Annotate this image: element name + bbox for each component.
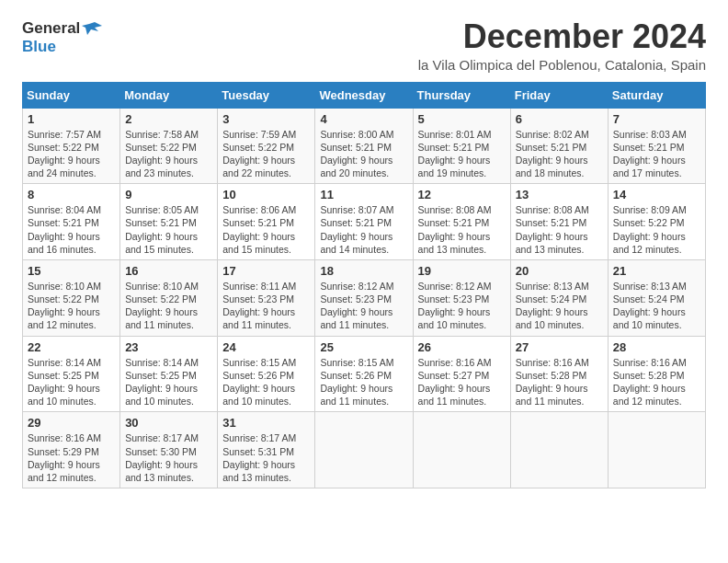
logo-general: General <box>22 20 80 38</box>
day-info: Sunrise: 8:12 AM Sunset: 5:23 PM Dayligh… <box>320 280 407 332</box>
day-cell: 2 Sunrise: 7:58 AM Sunset: 5:22 PM Dayli… <box>120 108 218 184</box>
empty-day-cell <box>510 412 608 488</box>
empty-day-cell <box>315 412 413 488</box>
day-number: 8 <box>28 188 115 201</box>
day-cell: 31 Sunrise: 8:17 AM Sunset: 5:31 PM Dayl… <box>218 412 315 488</box>
day-number: 20 <box>516 264 603 278</box>
day-info: Sunrise: 8:16 AM Sunset: 5:28 PM Dayligh… <box>613 356 700 408</box>
day-cell: 27 Sunrise: 8:16 AM Sunset: 5:28 PM Dayl… <box>510 336 608 412</box>
page-subtitle: la Vila Olimpica del Poblenou, Catalonia… <box>418 57 706 73</box>
weekday-header-row: Sunday Monday Tuesday Wednesday Thursday… <box>23 82 706 108</box>
calendar-table: Sunday Monday Tuesday Wednesday Thursday… <box>22 82 706 488</box>
day-info: Sunrise: 8:10 AM Sunset: 5:22 PM Dayligh… <box>28 280 115 332</box>
calendar-header: Sunday Monday Tuesday Wednesday Thursday… <box>23 82 706 108</box>
day-info: Sunrise: 8:17 AM Sunset: 5:30 PM Dayligh… <box>125 431 212 484</box>
day-cell: 7 Sunrise: 8:03 AM Sunset: 5:21 PM Dayli… <box>608 108 705 184</box>
day-info: Sunrise: 8:10 AM Sunset: 5:22 PM Dayligh… <box>125 280 212 332</box>
day-cell: 24 Sunrise: 8:15 AM Sunset: 5:26 PM Dayl… <box>218 336 315 412</box>
empty-day-cell <box>608 412 705 488</box>
day-info: Sunrise: 8:15 AM Sunset: 5:26 PM Dayligh… <box>222 356 310 408</box>
day-number: 17 <box>222 264 310 278</box>
day-cell: 17 Sunrise: 8:11 AM Sunset: 5:23 PM Dayl… <box>218 259 315 336</box>
day-info: Sunrise: 8:14 AM Sunset: 5:25 PM Dayligh… <box>125 356 212 408</box>
day-cell: 16 Sunrise: 8:10 AM Sunset: 5:22 PM Dayl… <box>120 259 218 336</box>
day-number: 13 <box>516 188 603 201</box>
day-cell: 8 Sunrise: 8:04 AM Sunset: 5:21 PM Dayli… <box>23 184 120 260</box>
day-info: Sunrise: 8:07 AM Sunset: 5:21 PM Dayligh… <box>320 203 407 256</box>
day-number: 6 <box>516 112 603 126</box>
calendar-row: 1 Sunrise: 7:57 AM Sunset: 5:22 PM Dayli… <box>23 108 706 184</box>
day-number: 4 <box>320 112 407 126</box>
logo: General Blue <box>22 18 102 56</box>
day-cell: 26 Sunrise: 8:16 AM Sunset: 5:27 PM Dayl… <box>413 336 510 412</box>
day-number: 23 <box>125 340 212 354</box>
logo-bird-icon <box>82 18 102 39</box>
empty-day-cell <box>413 412 510 488</box>
day-info: Sunrise: 8:06 AM Sunset: 5:21 PM Dayligh… <box>222 203 310 256</box>
day-info: Sunrise: 8:16 AM Sunset: 5:29 PM Dayligh… <box>28 431 115 484</box>
header-thursday: Thursday <box>413 82 510 108</box>
day-number: 19 <box>418 264 506 278</box>
day-info: Sunrise: 8:11 AM Sunset: 5:23 PM Dayligh… <box>222 280 310 332</box>
day-number: 22 <box>28 340 115 354</box>
title-area: December 2024 la Vila Olimpica del Poble… <box>418 18 706 73</box>
day-info: Sunrise: 8:01 AM Sunset: 5:21 PM Dayligh… <box>418 128 506 180</box>
day-number: 27 <box>516 340 603 354</box>
day-cell: 1 Sunrise: 7:57 AM Sunset: 5:22 PM Dayli… <box>23 108 120 184</box>
day-info: Sunrise: 8:13 AM Sunset: 5:24 PM Dayligh… <box>613 280 700 332</box>
day-info: Sunrise: 8:09 AM Sunset: 5:22 PM Dayligh… <box>613 203 700 256</box>
day-cell: 18 Sunrise: 8:12 AM Sunset: 5:23 PM Dayl… <box>315 259 413 336</box>
day-info: Sunrise: 8:16 AM Sunset: 5:27 PM Dayligh… <box>418 356 506 408</box>
day-cell: 13 Sunrise: 8:08 AM Sunset: 5:21 PM Dayl… <box>510 184 608 260</box>
day-info: Sunrise: 7:59 AM Sunset: 5:22 PM Dayligh… <box>222 128 310 180</box>
header-tuesday: Tuesday <box>218 82 315 108</box>
calendar-row: 29 Sunrise: 8:16 AM Sunset: 5:29 PM Dayl… <box>23 412 706 488</box>
day-cell: 3 Sunrise: 7:59 AM Sunset: 5:22 PM Dayli… <box>218 108 315 184</box>
day-cell: 22 Sunrise: 8:14 AM Sunset: 5:25 PM Dayl… <box>23 336 120 412</box>
day-number: 12 <box>418 188 506 201</box>
day-number: 15 <box>28 264 115 278</box>
day-cell: 12 Sunrise: 8:08 AM Sunset: 5:21 PM Dayl… <box>413 184 510 260</box>
calendar-row: 22 Sunrise: 8:14 AM Sunset: 5:25 PM Dayl… <box>23 336 706 412</box>
day-number: 26 <box>418 340 506 354</box>
day-info: Sunrise: 8:15 AM Sunset: 5:26 PM Dayligh… <box>320 356 407 408</box>
day-info: Sunrise: 8:04 AM Sunset: 5:21 PM Dayligh… <box>28 203 115 256</box>
day-cell: 30 Sunrise: 8:17 AM Sunset: 5:30 PM Dayl… <box>120 412 218 488</box>
day-number: 21 <box>613 264 700 278</box>
day-cell: 15 Sunrise: 8:10 AM Sunset: 5:22 PM Dayl… <box>23 259 120 336</box>
day-info: Sunrise: 8:08 AM Sunset: 5:21 PM Dayligh… <box>516 203 603 256</box>
day-number: 9 <box>125 188 212 201</box>
day-number: 24 <box>222 340 310 354</box>
header-sunday: Sunday <box>23 82 120 108</box>
day-cell: 28 Sunrise: 8:16 AM Sunset: 5:28 PM Dayl… <box>608 336 705 412</box>
logo-blue: Blue <box>22 39 102 56</box>
day-info: Sunrise: 8:13 AM Sunset: 5:24 PM Dayligh… <box>516 280 603 332</box>
day-cell: 20 Sunrise: 8:13 AM Sunset: 5:24 PM Dayl… <box>510 259 608 336</box>
day-cell: 4 Sunrise: 8:00 AM Sunset: 5:21 PM Dayli… <box>315 108 413 184</box>
day-cell: 10 Sunrise: 8:06 AM Sunset: 5:21 PM Dayl… <box>218 184 315 260</box>
day-number: 16 <box>125 264 212 278</box>
day-number: 1 <box>28 112 115 126</box>
day-number: 3 <box>222 112 310 126</box>
day-number: 28 <box>613 340 700 354</box>
calendar-row: 8 Sunrise: 8:04 AM Sunset: 5:21 PM Dayli… <box>23 184 706 260</box>
header-saturday: Saturday <box>608 82 705 108</box>
page-title: December 2024 <box>418 18 706 55</box>
day-cell: 9 Sunrise: 8:05 AM Sunset: 5:21 PM Dayli… <box>120 184 218 260</box>
day-cell: 21 Sunrise: 8:13 AM Sunset: 5:24 PM Dayl… <box>608 259 705 336</box>
day-number: 30 <box>125 416 212 430</box>
day-info: Sunrise: 8:05 AM Sunset: 5:21 PM Dayligh… <box>125 203 212 256</box>
day-number: 2 <box>125 112 212 126</box>
header-monday: Monday <box>120 82 218 108</box>
day-cell: 6 Sunrise: 8:02 AM Sunset: 5:21 PM Dayli… <box>510 108 608 184</box>
day-number: 18 <box>320 264 407 278</box>
day-number: 10 <box>222 188 310 201</box>
page-header: General Blue December 2024 la Vila Olimp… <box>22 18 706 73</box>
calendar-row: 15 Sunrise: 8:10 AM Sunset: 5:22 PM Dayl… <box>23 259 706 336</box>
day-number: 7 <box>613 112 700 126</box>
day-cell: 25 Sunrise: 8:15 AM Sunset: 5:26 PM Dayl… <box>315 336 413 412</box>
day-number: 5 <box>418 112 506 126</box>
day-number: 25 <box>320 340 407 354</box>
day-cell: 11 Sunrise: 8:07 AM Sunset: 5:21 PM Dayl… <box>315 184 413 260</box>
day-info: Sunrise: 8:16 AM Sunset: 5:28 PM Dayligh… <box>516 356 603 408</box>
